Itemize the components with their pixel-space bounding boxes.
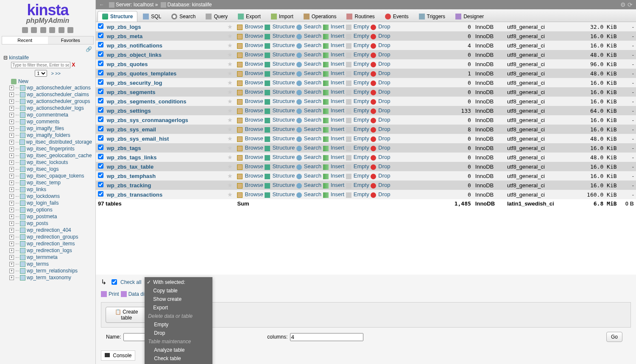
search-link[interactable]: Search [304, 79, 321, 86]
page-next[interactable]: > >> [51, 71, 61, 76]
favorite-icon[interactable]: ★ [227, 172, 233, 179]
gear-icon[interactable]: ⚙ ⟳ [620, 1, 633, 8]
favorite-icon[interactable]: ★ [227, 79, 233, 86]
drop-link[interactable]: Drop [378, 182, 390, 188]
tab-routines[interactable]: Routines [342, 11, 379, 22]
print-link[interactable]: Print [109, 291, 119, 297]
table-name-link[interactable]: wp_zbs_transactions [107, 192, 163, 198]
table-name-link[interactable]: wp_zbs_tags [107, 145, 141, 151]
tree-item-label[interactable]: wp_posts [27, 220, 48, 226]
drop-link[interactable]: Drop [378, 70, 390, 76]
expand-icon[interactable]: + [9, 228, 14, 233]
tab-sql[interactable]: SQL [138, 11, 166, 22]
search-link[interactable]: Search [304, 33, 321, 39]
row-checkbox[interactable] [98, 107, 103, 113]
empty-link[interactable]: Empty [354, 172, 369, 179]
search-link[interactable]: Search [304, 107, 321, 114]
row-checkbox[interactable] [98, 42, 103, 47]
favorite-icon[interactable]: ★ [227, 61, 233, 67]
drop-link[interactable]: Drop [378, 51, 390, 58]
insert-link[interactable]: Insert [331, 42, 345, 48]
row-checkbox[interactable] [98, 172, 103, 178]
insert-link[interactable]: Insert [331, 61, 345, 67]
tree-item[interactable]: +wp_commentmeta [9, 111, 92, 118]
row-checkbox[interactable] [98, 144, 103, 150]
browse-link[interactable]: Browse [245, 98, 263, 104]
tree-item-label[interactable]: wp_imagify_files [27, 125, 64, 131]
tree-item[interactable]: +wp_login_fails [9, 200, 92, 206]
drop-link[interactable]: Drop [378, 117, 390, 123]
structure-link[interactable]: Structure [272, 23, 295, 30]
favorite-icon[interactable]: ★ [227, 42, 233, 49]
tab-structure[interactable]: Structure [98, 11, 137, 22]
row-checkbox[interactable] [98, 163, 103, 169]
favorite-icon[interactable]: ★ [227, 89, 233, 95]
insert-link[interactable]: Insert [331, 70, 345, 76]
empty-link[interactable]: Empty [354, 182, 369, 188]
browse-link[interactable]: Browse [245, 89, 263, 95]
tree-item-label[interactable]: wp_actionscheduler_claims [27, 92, 89, 97]
browse-link[interactable]: Browse [245, 61, 263, 67]
expand-icon[interactable]: + [9, 214, 14, 219]
tree-item-label[interactable]: wp_redirection_404 [27, 227, 71, 233]
table-name-link[interactable]: wp_zbs_security_log [107, 80, 162, 86]
search-link[interactable]: Search [304, 89, 321, 95]
empty-link[interactable]: Empty [354, 117, 369, 123]
tree-item-label[interactable]: wp_redirection_groups [27, 234, 78, 240]
menu-export[interactable]: Export [145, 303, 212, 312]
table-name-link[interactable]: wp_zbs_segments_conditions [107, 98, 187, 105]
empty-link[interactable]: Empty [354, 89, 369, 95]
browse-link[interactable]: Browse [245, 42, 263, 48]
expand-icon[interactable]: + [9, 106, 14, 111]
row-checkbox[interactable] [98, 191, 103, 197]
tree-item[interactable]: +wp_redirection_groups [9, 233, 92, 240]
row-checkbox[interactable] [98, 126, 103, 131]
tree-item[interactable]: +wp_redirection_404 [9, 227, 92, 233]
empty-link[interactable]: Empty [354, 70, 369, 76]
search-link[interactable]: Search [304, 42, 321, 48]
drop-link[interactable]: Drop [378, 61, 390, 67]
checkall-label[interactable]: Check all [120, 279, 141, 285]
tree-item-label[interactable]: wp_actionscheduler_logs [27, 105, 84, 111]
browse-link[interactable]: Browse [245, 51, 263, 58]
tree-item[interactable]: +wp_imagify_folders [9, 132, 92, 139]
browse-link[interactable]: Browse [245, 182, 263, 188]
tree-item-label[interactable]: wp_itsec_opaque_tokens [27, 173, 84, 179]
expand-icon[interactable]: + [9, 126, 14, 131]
expand-icon[interactable]: + [9, 160, 14, 165]
search-link[interactable]: Search [304, 182, 321, 188]
menu-checksum[interactable]: Checksum table [145, 363, 212, 364]
search-link[interactable]: Search [304, 154, 321, 160]
tree-item[interactable]: +wp_terms [9, 261, 92, 267]
browse-link[interactable]: Browse [245, 126, 263, 132]
expand-icon[interactable]: + [9, 99, 14, 104]
tree-item[interactable]: +wp_itsec_fingerprints [9, 145, 92, 152]
table-name-link[interactable]: wp_zbs_tracking [107, 182, 151, 189]
structure-link[interactable]: Structure [272, 107, 295, 114]
menu-check[interactable]: Check table [145, 354, 212, 363]
drop-link[interactable]: Drop [378, 154, 390, 160]
page-select[interactable]: 1 [35, 70, 47, 77]
server-link[interactable]: localhost [134, 2, 153, 8]
browse-link[interactable]: Browse [245, 117, 263, 123]
collapse-icon[interactable]: ⊟ [3, 55, 8, 61]
search-link[interactable]: Search [304, 70, 321, 76]
favorite-icon[interactable]: ★ [227, 163, 233, 170]
row-checkbox[interactable] [98, 51, 103, 57]
empty-link[interactable]: Empty [354, 61, 369, 67]
structure-link[interactable]: Structure [272, 172, 295, 179]
drop-link[interactable]: Drop [378, 33, 390, 39]
browse-link[interactable]: Browse [245, 191, 263, 197]
logout-icon[interactable] [31, 27, 37, 33]
expand-icon[interactable]: + [9, 255, 14, 260]
structure-link[interactable]: Structure [272, 70, 295, 76]
structure-link[interactable]: Structure [272, 154, 295, 160]
recent-tab[interactable]: Recent [2, 36, 48, 44]
structure-link[interactable]: Structure [272, 51, 295, 58]
tree-item[interactable]: +wp_lockdowns [9, 193, 92, 200]
search-link[interactable]: Search [304, 117, 321, 123]
link-icon[interactable]: 🔗 [0, 45, 95, 53]
table-name-link[interactable]: wp_zbs_object_links [107, 52, 162, 58]
expand-icon[interactable]: + [9, 92, 14, 97]
search-link[interactable]: Search [304, 144, 321, 151]
